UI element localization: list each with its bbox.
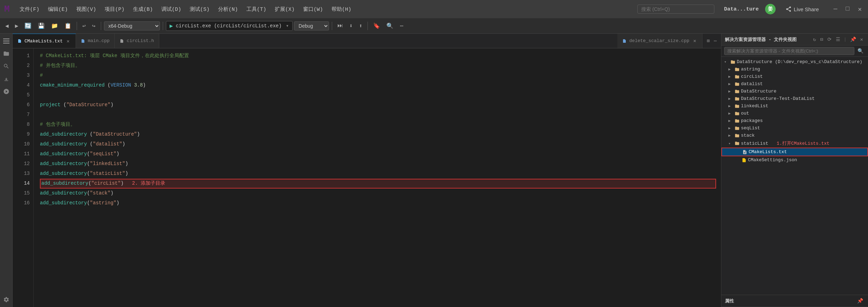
toolbar-icon-1[interactable]: 🔄	[22, 21, 34, 31]
toolbar-icon-2[interactable]: 💾	[35, 21, 47, 31]
tree-chevron-out: ▶	[728, 111, 733, 116]
maximize-button[interactable]: □	[844, 5, 852, 14]
split-editor-button[interactable]: ⊞	[705, 37, 711, 45]
panel-collapse-button[interactable]: ⊟	[819, 36, 824, 43]
solution-search-input[interactable]	[724, 47, 854, 55]
tab-maincpp[interactable]: main.cpp	[76, 34, 115, 48]
menu-test[interactable]: 测试(S)	[186, 5, 213, 14]
tree-item-astring[interactable]: ▶ astring	[721, 66, 868, 73]
toolbar-icon-3[interactable]: 📁	[49, 21, 61, 31]
tree-item-packages[interactable]: ▶ packages	[721, 117, 868, 124]
code-line-10: add_subdirectory ("datalist")	[40, 139, 716, 149]
menu-file[interactable]: 文件(F)	[16, 5, 43, 14]
tab-cmake[interactable]: CMakeLists.txt ✕	[13, 34, 76, 48]
close-button[interactable]: ✕	[856, 5, 864, 14]
code-line-12: add_subdirectory("linkedList")	[40, 159, 716, 169]
tab-circlisth-label: circList.h	[127, 38, 154, 43]
line-num-7: 7	[13, 110, 30, 120]
menu-window[interactable]: 窗口(W)	[300, 5, 327, 14]
run-config[interactable]: ▶ circList.exe (circList/circList.exe) ▾	[166, 21, 293, 31]
properties-panel: 属性 📌	[721, 295, 868, 307]
menu-build[interactable]: 生成(B)	[130, 5, 156, 14]
toolbar-search2[interactable]: 🔍	[384, 21, 396, 31]
panel-close-button[interactable]: ✕	[859, 36, 864, 43]
tree-item-cmakelists[interactable]: ▶ CMakeLists.txt	[721, 148, 868, 156]
menu-debug[interactable]: 调试(D)	[158, 5, 185, 14]
menu-project[interactable]: 项目(P)	[101, 5, 128, 14]
redo-button[interactable]: ↪	[90, 21, 98, 31]
tree-chevron-linkedlist: ▶	[728, 104, 733, 108]
tree-item-datalist[interactable]: ▶ datalist	[721, 80, 868, 88]
folder-icon-stack	[735, 133, 740, 138]
properties-header: 属性 📌	[721, 295, 868, 307]
title-search-input[interactable]	[637, 5, 714, 14]
tree-item-out[interactable]: ▶ out	[721, 110, 868, 117]
tree-item-staticlist[interactable]: ▾ staticList 1.打开CMakeLists.txt	[721, 139, 868, 148]
tree-root[interactable]: ▾ DataStructure (D:\dev_repo_vs_c\DataSt…	[721, 58, 868, 66]
toolbar-extra[interactable]: ⋯	[397, 21, 406, 31]
tab-deletescalar-close[interactable]: ✕	[692, 37, 697, 44]
tab-deletescalar-label: delete_scalar_size.cpp	[629, 38, 690, 43]
panel-refresh-button[interactable]: ⟳	[826, 36, 833, 43]
properties-pin-button[interactable]: 📌	[856, 297, 864, 305]
cpp-file-icon-1	[81, 39, 85, 43]
config-dropdown[interactable]: x64-Debug	[104, 21, 160, 30]
tree-label-astring: astring	[741, 67, 760, 72]
line-num-6: 6	[13, 100, 30, 110]
tree-item-cmakesettings[interactable]: ▶ CMakeSettings.json	[721, 156, 868, 164]
activity-icon-git[interactable]	[1, 74, 12, 84]
menu-help[interactable]: 帮助(H)	[328, 5, 355, 14]
code-editor: 1 2 3 4 5 6 7 8 9 10 11 12 13 14 15 16	[13, 48, 721, 307]
activity-icon-settings[interactable]	[1, 294, 12, 305]
panel-sync-button[interactable]: ↻	[812, 36, 817, 43]
tree-view[interactable]: ▾ DataStructure (D:\dev_repo_vs_c\DataSt…	[721, 57, 868, 295]
code-line-7	[40, 110, 716, 120]
tab-cmake-close[interactable]: ✕	[65, 38, 70, 45]
tree-chevron-astring: ▶	[728, 67, 733, 71]
menu-tools[interactable]: 工具(T)	[243, 5, 270, 14]
user-avatar: 姜	[765, 4, 776, 14]
menu-analyze[interactable]: 分析(N)	[215, 5, 241, 14]
tree-chevron-datastructure: ▶	[728, 89, 733, 94]
tree-item-linkedlist[interactable]: ▶ linkedList	[721, 102, 868, 110]
code-content[interactable]: # CMakeList.txt: 项层 CMake 项目文件，在此处执行全局配置…	[34, 48, 716, 307]
activity-icon-explorer[interactable]	[1, 48, 12, 59]
tab-delete-scalar[interactable]: delete_scalar_size.cpp ✕	[617, 34, 702, 48]
code-line-8: # 包含子项目。	[40, 120, 716, 130]
tree-item-ds-test[interactable]: ▶ DataStructure-Test-DataList	[721, 95, 868, 102]
tree-item-stack[interactable]: ▶ stack	[721, 132, 868, 139]
undo-button[interactable]: ↩	[80, 21, 88, 31]
menu-view[interactable]: 视图(V)	[73, 5, 100, 14]
activity-icon-menu[interactable]	[1, 36, 12, 46]
code-line-3: #	[40, 71, 716, 81]
line-num-14: 14	[13, 179, 30, 189]
activity-icon-search[interactable]	[1, 61, 12, 71]
tree-item-seqlist[interactable]: ▶ seqList	[721, 124, 868, 132]
debug-step-over[interactable]: ⏭	[335, 21, 345, 30]
tab-circlisth[interactable]: circList.h	[115, 34, 159, 48]
forward-button[interactable]: ▶	[13, 21, 21, 31]
minimize-button[interactable]: —	[832, 5, 840, 14]
vertical-scrollbar[interactable]	[716, 48, 721, 307]
tree-item-datastructure[interactable]: ▶ DataStructure	[721, 88, 868, 95]
activity-icon-debug[interactable]	[1, 86, 12, 97]
menu-edit[interactable]: 编辑(E)	[44, 5, 71, 14]
panel-pin-button[interactable]: 📌	[849, 36, 858, 43]
tree-item-circlist[interactable]: ▶ circList	[721, 73, 868, 80]
menu-extensions[interactable]: 扩展(X)	[271, 5, 298, 14]
panel-separator: |	[844, 37, 847, 42]
back-button[interactable]: ◀	[3, 21, 11, 31]
tab-actions: ⊞ ⋯	[702, 34, 721, 48]
toolbar-bookmark[interactable]: 🔖	[371, 21, 383, 31]
toolbar-icon-4[interactable]: 📋	[62, 21, 74, 31]
live-share-button[interactable]: Live Share	[782, 5, 822, 14]
debug-step-out[interactable]: ⬆	[357, 21, 365, 31]
debug-dropdown[interactable]: Debug	[294, 21, 329, 30]
tree-label-ds-test: DataStructure-Test-DataList	[741, 96, 815, 101]
panel-filter-button[interactable]: ☰	[834, 36, 842, 43]
debug-step-into[interactable]: ⬇	[347, 21, 355, 31]
tab-overflow-button[interactable]: ⋯	[713, 37, 718, 45]
toolbar-separator-3	[163, 22, 163, 30]
tree-label-seqlist: seqList	[741, 125, 760, 131]
solution-search-icon[interactable]: 🔍	[856, 47, 865, 55]
